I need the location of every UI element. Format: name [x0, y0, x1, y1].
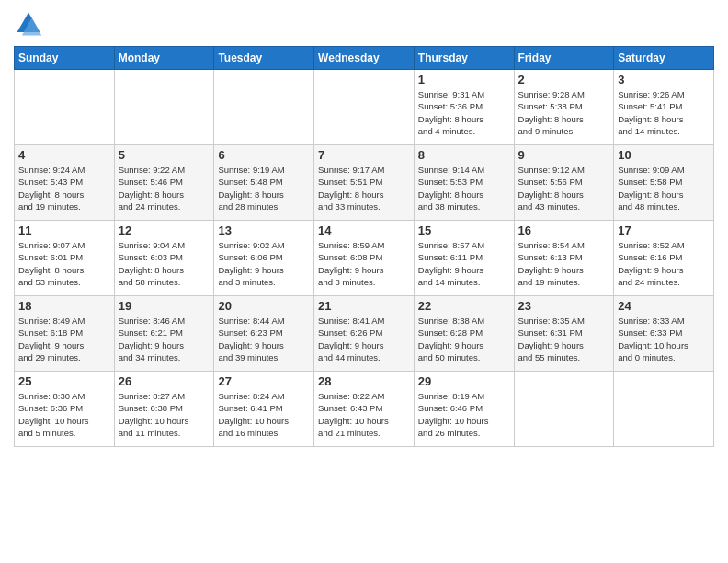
- calendar-cell: 29Sunrise: 8:19 AMSunset: 6:46 PMDayligh…: [414, 372, 514, 447]
- day-number: 22: [418, 299, 510, 313]
- day-info: Sunrise: 8:27 AMSunset: 6:38 PMDaylight:…: [119, 390, 210, 439]
- day-info: Sunrise: 9:04 AMSunset: 6:03 PMDaylight:…: [119, 239, 210, 288]
- day-number: 21: [318, 299, 410, 313]
- day-info: Sunrise: 9:26 AMSunset: 5:41 PMDaylight:…: [618, 88, 710, 137]
- day-info: Sunrise: 8:46 AMSunset: 6:21 PMDaylight:…: [119, 315, 210, 363]
- day-info: Sunrise: 9:09 AMSunset: 5:58 PMDaylight:…: [618, 164, 710, 213]
- calendar-cell: 11Sunrise: 9:07 AMSunset: 6:01 PMDayligh…: [15, 221, 115, 296]
- calendar-cell: 13Sunrise: 9:02 AMSunset: 6:06 PMDayligh…: [214, 221, 314, 296]
- calendar-cell: [114, 70, 214, 145]
- day-info: Sunrise: 9:07 AMSunset: 6:01 PMDaylight:…: [18, 239, 110, 288]
- day-number: 16: [518, 224, 610, 237]
- day-number: 25: [18, 374, 110, 388]
- weekday-header-cell: Monday: [114, 47, 214, 70]
- calendar-cell: 10Sunrise: 9:09 AMSunset: 5:58 PMDayligh…: [614, 145, 714, 221]
- calendar-cell: 27Sunrise: 8:24 AMSunset: 6:41 PMDayligh…: [214, 372, 314, 447]
- calendar-cell: 5Sunrise: 9:22 AMSunset: 5:46 PMDaylight…: [114, 145, 214, 221]
- day-number: 7: [318, 148, 410, 162]
- day-info: Sunrise: 9:14 AMSunset: 5:53 PMDaylight:…: [418, 164, 510, 213]
- day-number: 23: [518, 299, 610, 313]
- day-number: 28: [318, 374, 410, 388]
- day-number: 5: [119, 148, 210, 162]
- page: SundayMondayTuesdayWednesdayThursdayFrid…: [0, 0, 728, 563]
- day-number: 24: [618, 299, 710, 313]
- day-number: 27: [218, 374, 310, 388]
- day-number: 26: [119, 374, 210, 388]
- day-info: Sunrise: 9:28 AMSunset: 5:38 PMDaylight:…: [518, 88, 610, 137]
- day-info: Sunrise: 9:31 AMSunset: 5:36 PMDaylight:…: [418, 88, 510, 137]
- calendar-cell: 3Sunrise: 9:26 AMSunset: 5:41 PMDaylight…: [614, 70, 714, 145]
- calendar-cell: 12Sunrise: 9:04 AMSunset: 6:03 PMDayligh…: [114, 221, 214, 296]
- weekday-header-cell: Wednesday: [314, 47, 415, 70]
- calendar-body: 1Sunrise: 9:31 AMSunset: 5:36 PMDaylight…: [15, 70, 714, 447]
- day-number: 13: [218, 224, 310, 237]
- day-info: Sunrise: 8:44 AMSunset: 6:23 PMDaylight:…: [218, 315, 310, 363]
- calendar-cell: 20Sunrise: 8:44 AMSunset: 6:23 PMDayligh…: [214, 296, 314, 372]
- calendar-cell: 15Sunrise: 8:57 AMSunset: 6:11 PMDayligh…: [414, 221, 514, 296]
- day-info: Sunrise: 8:52 AMSunset: 6:16 PMDaylight:…: [618, 239, 710, 288]
- day-info: Sunrise: 9:24 AMSunset: 5:43 PMDaylight:…: [18, 164, 110, 213]
- day-info: Sunrise: 9:12 AMSunset: 5:56 PMDaylight:…: [518, 164, 610, 213]
- day-number: 8: [418, 148, 510, 162]
- weekday-header-cell: Saturday: [614, 47, 714, 70]
- calendar-cell: 24Sunrise: 8:33 AMSunset: 6:33 PMDayligh…: [614, 296, 714, 372]
- calendar-cell: 28Sunrise: 8:22 AMSunset: 6:43 PMDayligh…: [314, 372, 415, 447]
- day-number: 4: [18, 148, 110, 162]
- calendar-cell: 14Sunrise: 8:59 AMSunset: 6:08 PMDayligh…: [314, 221, 415, 296]
- weekday-header-cell: Friday: [514, 47, 614, 70]
- weekday-header-cell: Sunday: [15, 47, 115, 70]
- day-info: Sunrise: 8:41 AMSunset: 6:26 PMDaylight:…: [318, 315, 410, 363]
- day-info: Sunrise: 8:30 AMSunset: 6:36 PMDaylight:…: [18, 390, 110, 439]
- calendar-table: SundayMondayTuesdayWednesdayThursdayFrid…: [14, 46, 714, 447]
- day-number: 3: [618, 73, 710, 86]
- day-number: 6: [218, 148, 310, 162]
- calendar-week-row: 1Sunrise: 9:31 AMSunset: 5:36 PMDaylight…: [15, 70, 714, 145]
- day-info: Sunrise: 9:17 AMSunset: 5:51 PMDaylight:…: [318, 164, 410, 213]
- calendar-week-row: 25Sunrise: 8:30 AMSunset: 6:36 PMDayligh…: [15, 372, 714, 447]
- calendar-cell: 22Sunrise: 8:38 AMSunset: 6:28 PMDayligh…: [414, 296, 514, 372]
- calendar-cell: 1Sunrise: 9:31 AMSunset: 5:36 PMDaylight…: [414, 70, 514, 145]
- day-info: Sunrise: 8:49 AMSunset: 6:18 PMDaylight:…: [18, 315, 110, 363]
- day-number: 14: [318, 224, 410, 237]
- day-number: 20: [218, 299, 310, 313]
- day-number: 9: [518, 148, 610, 162]
- calendar-cell: 21Sunrise: 8:41 AMSunset: 6:26 PMDayligh…: [314, 296, 415, 372]
- day-number: 2: [518, 73, 610, 86]
- calendar-cell: 7Sunrise: 9:17 AMSunset: 5:51 PMDaylight…: [314, 145, 415, 221]
- calendar-cell: 2Sunrise: 9:28 AMSunset: 5:38 PMDaylight…: [514, 70, 614, 145]
- calendar-cell: 6Sunrise: 9:19 AMSunset: 5:48 PMDaylight…: [214, 145, 314, 221]
- calendar-cell: 9Sunrise: 9:12 AMSunset: 5:56 PMDaylight…: [514, 145, 614, 221]
- calendar-cell: [614, 372, 714, 447]
- day-info: Sunrise: 8:35 AMSunset: 6:31 PMDaylight:…: [518, 315, 610, 363]
- weekday-header-cell: Tuesday: [214, 47, 314, 70]
- header: [14, 9, 714, 39]
- calendar-cell: [214, 70, 314, 145]
- day-number: 12: [119, 224, 210, 237]
- day-number: 29: [418, 374, 510, 388]
- weekday-header-row: SundayMondayTuesdayWednesdayThursdayFrid…: [15, 47, 714, 70]
- calendar-cell: 17Sunrise: 8:52 AMSunset: 6:16 PMDayligh…: [614, 221, 714, 296]
- day-info: Sunrise: 8:22 AMSunset: 6:43 PMDaylight:…: [318, 390, 410, 439]
- calendar-cell: 19Sunrise: 8:46 AMSunset: 6:21 PMDayligh…: [114, 296, 214, 372]
- calendar-cell: 25Sunrise: 8:30 AMSunset: 6:36 PMDayligh…: [15, 372, 115, 447]
- day-info: Sunrise: 8:59 AMSunset: 6:08 PMDaylight:…: [318, 239, 410, 288]
- day-number: 10: [618, 148, 710, 162]
- calendar-cell: [314, 70, 415, 145]
- day-info: Sunrise: 9:19 AMSunset: 5:48 PMDaylight:…: [218, 164, 310, 213]
- calendar-cell: 4Sunrise: 9:24 AMSunset: 5:43 PMDaylight…: [15, 145, 115, 221]
- logo: [14, 9, 47, 39]
- day-number: 17: [618, 224, 710, 237]
- calendar-cell: [514, 372, 614, 447]
- day-number: 11: [18, 224, 110, 237]
- day-info: Sunrise: 8:33 AMSunset: 6:33 PMDaylight:…: [618, 315, 710, 363]
- day-info: Sunrise: 8:38 AMSunset: 6:28 PMDaylight:…: [418, 315, 510, 363]
- calendar-week-row: 18Sunrise: 8:49 AMSunset: 6:18 PMDayligh…: [15, 296, 714, 372]
- calendar-cell: [15, 70, 115, 145]
- calendar-cell: 16Sunrise: 8:54 AMSunset: 6:13 PMDayligh…: [514, 221, 614, 296]
- day-info: Sunrise: 9:22 AMSunset: 5:46 PMDaylight:…: [119, 164, 210, 213]
- calendar-cell: 26Sunrise: 8:27 AMSunset: 6:38 PMDayligh…: [114, 372, 214, 447]
- calendar-cell: 23Sunrise: 8:35 AMSunset: 6:31 PMDayligh…: [514, 296, 614, 372]
- calendar-week-row: 11Sunrise: 9:07 AMSunset: 6:01 PMDayligh…: [15, 221, 714, 296]
- day-number: 15: [418, 224, 510, 237]
- weekday-header-cell: Thursday: [414, 47, 514, 70]
